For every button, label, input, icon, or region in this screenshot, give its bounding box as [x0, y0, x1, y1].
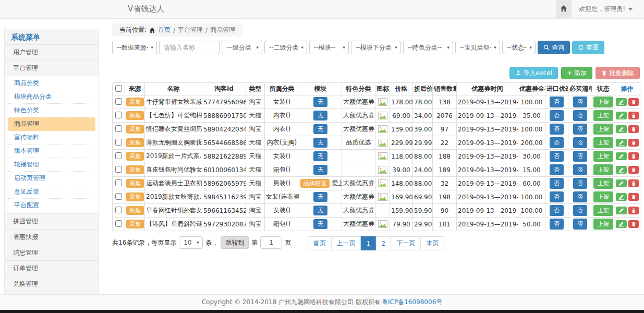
per-page-select[interactable]: 10: [179, 236, 203, 249]
must-buy-toggle-button[interactable]: 否: [573, 191, 587, 202]
must-buy-toggle-button[interactable]: 否: [573, 110, 587, 121]
must-buy-toggle-button[interactable]: 否: [573, 164, 587, 175]
level1-category-select[interactable]: 一级分类: [222, 41, 262, 54]
module-none-badge[interactable]: 无: [313, 192, 327, 202]
edit-button[interactable]: [616, 179, 627, 187]
imported-toggle-button[interactable]: 否: [550, 205, 564, 216]
edit-button[interactable]: [616, 193, 627, 201]
sidebar-subitem-2[interactable]: 特色分类: [8, 104, 95, 117]
must-buy-toggle-button[interactable]: 否: [573, 124, 587, 135]
imported-toggle-button[interactable]: 否: [550, 97, 564, 107]
status-button[interactable]: 上架: [593, 137, 613, 148]
home-button[interactable]: [556, 0, 572, 18]
module-none-badge[interactable]: 无: [313, 124, 327, 134]
sidebar-item-2[interactable]: 拼团管理: [4, 213, 99, 229]
module-none-badge[interactable]: 无: [313, 97, 327, 107]
status-button[interactable]: 上架: [593, 151, 613, 162]
row-checkbox[interactable]: [115, 179, 122, 186]
status-button[interactable]: 上架: [593, 178, 613, 189]
page-button-1[interactable]: 1: [361, 236, 376, 250]
page-button-下一页[interactable]: 下一页: [391, 236, 421, 250]
edit-button[interactable]: [616, 207, 627, 214]
edit-button[interactable]: [616, 166, 627, 174]
module-none-badge[interactable]: 无: [313, 111, 327, 121]
must-buy-toggle-button[interactable]: 否: [573, 178, 587, 189]
must-buy-toggle-button[interactable]: 否: [573, 151, 587, 162]
query-button[interactable]: 查询: [538, 41, 570, 54]
sidebar-subitem-0[interactable]: 商品分类: [8, 77, 95, 90]
delete-button[interactable]: [628, 139, 639, 147]
must-buy-toggle-button[interactable]: 否: [573, 219, 587, 230]
page-number-input[interactable]: [260, 236, 282, 249]
select-all-checkbox[interactable]: [115, 85, 122, 92]
status-button[interactable]: 上架: [593, 164, 613, 175]
module-none-badge[interactable]: 无: [313, 138, 327, 148]
sidebar-item-3[interactable]: 省惠快报: [4, 229, 99, 245]
sidebar-subitem-7[interactable]: 启动页管理: [8, 172, 95, 185]
batch-delete-button[interactable]: 批量删除: [596, 67, 640, 79]
sidebar-subitem-3[interactable]: 商品管理: [8, 117, 95, 131]
imported-toggle-button[interactable]: 否: [550, 219, 564, 230]
delete-button[interactable]: [628, 152, 639, 160]
edit-button[interactable]: [616, 139, 627, 147]
imported-toggle-button[interactable]: 否: [550, 191, 564, 202]
row-checkbox[interactable]: [115, 139, 122, 146]
row-checkbox[interactable]: [115, 98, 122, 105]
imported-toggle-button[interactable]: 否: [550, 178, 564, 189]
level2-category-select[interactable]: --二级分类--: [264, 41, 307, 54]
must-buy-toggle-button[interactable]: 否: [573, 137, 587, 148]
imported-toggle-button[interactable]: 否: [550, 137, 564, 148]
delete-button[interactable]: [628, 179, 639, 187]
edit-button[interactable]: [616, 112, 627, 119]
module-none-badge[interactable]: 无: [313, 219, 327, 229]
must-buy-toggle-button[interactable]: 否: [573, 205, 587, 216]
imported-toggle-button[interactable]: 否: [550, 164, 564, 175]
edit-button[interactable]: [616, 125, 627, 133]
status-button[interactable]: 上架: [593, 191, 613, 202]
module-sub-category-select[interactable]: --模块下分类--: [351, 41, 401, 54]
feature-category-select[interactable]: --特色分类--: [403, 41, 453, 54]
add-button[interactable]: + 添加: [561, 67, 592, 79]
row-checkbox[interactable]: [115, 220, 122, 227]
sidebar-subitem-4[interactable]: 宣传物料: [8, 131, 95, 145]
status-button[interactable]: 上架: [593, 219, 613, 230]
delete-button[interactable]: [628, 166, 639, 174]
module-select[interactable]: --模块--: [309, 41, 349, 54]
sidebar-item-4[interactable]: 消息管理: [4, 245, 99, 260]
edit-button[interactable]: [616, 220, 627, 228]
sidebar-item-5[interactable]: 订单管理: [4, 260, 99, 276]
reset-button[interactable]: 重置: [572, 41, 604, 54]
row-checkbox[interactable]: [115, 112, 122, 118]
jump-button[interactable]: 跳转到: [221, 236, 249, 249]
delete-button[interactable]: [628, 98, 639, 106]
icp-link[interactable]: 粤ICP备16098006号: [382, 298, 442, 307]
name-search-input[interactable]: [159, 41, 220, 54]
must-buy-toggle-button[interactable]: 否: [573, 97, 587, 107]
module-none-badge[interactable]: 无: [313, 206, 327, 215]
sidebar-subitem-1[interactable]: 模块商品分类: [8, 90, 95, 104]
data-source-select[interactable]: --数据来源--: [112, 41, 157, 54]
delete-button[interactable]: [628, 220, 639, 228]
breadcrumb-home-link[interactable]: 首页: [158, 26, 171, 34]
sidebar-item-1[interactable]: 平台管理: [4, 60, 99, 76]
page-button-首页[interactable]: 首页: [308, 236, 332, 250]
status-select[interactable]: --状态--: [502, 41, 536, 54]
module-none-badge[interactable]: 无: [313, 151, 327, 161]
row-checkbox[interactable]: [115, 207, 122, 213]
delete-button[interactable]: [628, 125, 639, 133]
sidebar-subitem-5[interactable]: 版本管理: [8, 145, 95, 158]
status-button[interactable]: 上架: [593, 97, 613, 107]
module-none-badge[interactable]: 无: [313, 165, 327, 175]
status-button[interactable]: 上架: [593, 124, 613, 135]
row-checkbox[interactable]: [115, 125, 122, 132]
imported-toggle-button[interactable]: 否: [550, 151, 564, 162]
sidebar-subitem-9[interactable]: 平台配置: [8, 199, 95, 212]
import-excel-button[interactable]: 导入excel: [509, 67, 558, 79]
imported-toggle-button[interactable]: 否: [550, 110, 564, 121]
sidebar-subitem-6[interactable]: 轮播管理: [8, 158, 95, 172]
row-checkbox[interactable]: [115, 152, 122, 159]
page-button-末页[interactable]: 末页: [420, 236, 444, 250]
delete-button[interactable]: [628, 207, 639, 214]
delete-button[interactable]: [628, 112, 639, 119]
status-button[interactable]: 上架: [593, 205, 613, 216]
